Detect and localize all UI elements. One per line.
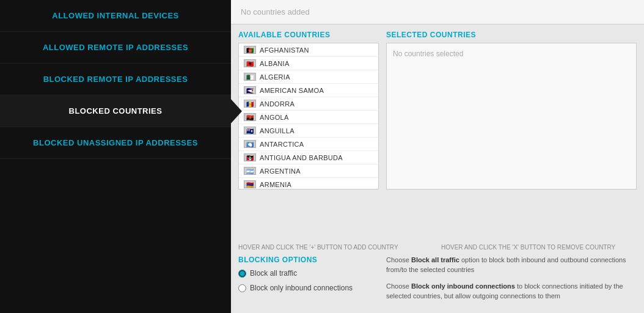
desc-block-inbound: Choose Block only inbound connections to… — [386, 282, 637, 301]
country-name: ANTIGUA AND BARBUDA — [260, 154, 343, 161]
hint-left: HOVER AND CLICK THE '+' BUTTON TO ADD CO… — [238, 244, 434, 251]
country-item[interactable]: 🇩🇿ALGERIA — [239, 70, 378, 84]
selected-empty-text: No countries selected — [387, 43, 636, 64]
block-all-radio[interactable] — [238, 270, 246, 278]
country-name: ALGERIA — [260, 73, 290, 81]
country-name: ARGENTINA — [260, 168, 301, 175]
sidebar-item-blocked-countries[interactable]: BLOCKED COUNTRIES — [0, 95, 231, 127]
country-flag-icon: 🇦🇴 — [244, 113, 256, 121]
blocking-left: BLOCKING OPTIONS Block all traffic Block… — [238, 256, 379, 308]
country-flag-icon: 🇦🇱 — [244, 59, 256, 67]
country-flag-icon: 🇩🇿 — [244, 73, 256, 81]
country-name: ANGOLA — [260, 114, 289, 121]
country-item[interactable]: 🇦🇬ANTIGUA AND BARBUDA — [239, 151, 378, 164]
country-item[interactable]: 🇦🇲ARMENIA — [239, 178, 378, 190]
selected-panel: SELECTED COUNTRIES No countries selected — [386, 31, 637, 240]
country-flag-icon: 🇦🇮 — [244, 127, 256, 134]
country-flag-icon: 🇦🇷 — [244, 167, 256, 175]
country-name: ANGUILLA — [260, 127, 295, 134]
country-item[interactable]: 🇦🇫AFGHANISTAN — [239, 43, 378, 57]
block-inbound-label: Block only inbound connections — [250, 284, 353, 292]
main-content: No countries added AVAILABLE COUNTRIES 🇦… — [231, 0, 644, 313]
country-item[interactable]: 🇦🇮ANGUILLA — [239, 124, 378, 138]
country-item[interactable]: 🇦🇷ARGENTINA — [239, 164, 378, 178]
available-country-list[interactable]: 🇦🇫AFGHANISTAN🇦🇱ALBANIA🇩🇿ALGERIA🇦🇸AMERICA… — [238, 43, 379, 190]
hint-row: HOVER AND CLICK THE '+' BUTTON TO ADD CO… — [231, 241, 644, 253]
country-flag-icon: 🇦🇸 — [244, 86, 256, 94]
block-inbound-radio[interactable] — [238, 284, 246, 292]
desc2-pre: Choose — [386, 282, 411, 290]
blocking-right: Choose Block all traffic option to block… — [386, 256, 637, 308]
sidebar-item-allowed-internal[interactable]: ALLOWED INTERNAL DEVICES — [0, 0, 231, 32]
available-title: AVAILABLE COUNTRIES — [238, 31, 379, 39]
block-all-option[interactable]: Block all traffic — [238, 269, 379, 278]
country-name: AMERICAN SAMOA — [260, 87, 324, 94]
blocking-title: BLOCKING OPTIONS — [238, 256, 379, 264]
country-flag-icon: 🇦🇩 — [244, 100, 256, 108]
hint-right: HOVER AND CLICK THE 'X' BUTTON TO REMOVE… — [441, 244, 637, 251]
sidebar: ALLOWED INTERNAL DEVICESALLOWED REMOTE I… — [0, 0, 231, 313]
sidebar-item-blocked-unassigned[interactable]: BLOCKED UNASSIGNED IP ADDRESSES — [0, 127, 231, 159]
country-flag-icon: 🇦🇲 — [244, 180, 256, 188]
country-name: ANDORRA — [260, 100, 295, 108]
country-item[interactable]: 🇦🇸AMERICAN SAMOA — [239, 84, 378, 97]
desc1-pre: Choose — [386, 256, 411, 263]
country-flag-icon: 🇦🇬 — [244, 153, 256, 161]
no-countries-bar: No countries added — [231, 0, 644, 24]
country-item[interactable]: 🇦🇶ANTARCTICA — [239, 138, 378, 151]
countries-section: AVAILABLE COUNTRIES 🇦🇫AFGHANISTAN🇦🇱ALBAN… — [231, 24, 644, 240]
country-name: AFGHANISTAN — [260, 46, 309, 54]
sidebar-item-allowed-remote[interactable]: ALLOWED REMOTE IP ADDRESSES — [0, 32, 231, 64]
selected-country-list: No countries selected — [386, 43, 637, 190]
country-name: ARMENIA — [260, 181, 291, 188]
blocking-section: BLOCKING OPTIONS Block all traffic Block… — [231, 253, 644, 313]
country-flag-icon: 🇦🇫 — [244, 46, 256, 54]
country-item[interactable]: 🇦🇱ALBANIA — [239, 57, 378, 70]
block-inbound-option[interactable]: Block only inbound connections — [238, 284, 379, 292]
no-countries-text: No countries added — [241, 7, 310, 17]
desc-block-all: Choose Block all traffic option to block… — [386, 256, 637, 274]
country-name: ANTARCTICA — [260, 141, 304, 148]
country-flag-icon: 🇦🇶 — [244, 140, 256, 148]
sidebar-item-blocked-remote[interactable]: BLOCKED REMOTE IP ADDRESSES — [0, 64, 231, 95]
desc1-bold: Block all traffic — [411, 256, 459, 263]
available-panel: AVAILABLE COUNTRIES 🇦🇫AFGHANISTAN🇦🇱ALBAN… — [238, 31, 379, 240]
country-name: ALBANIA — [260, 60, 290, 67]
country-item[interactable]: 🇦🇩ANDORRA — [239, 97, 378, 111]
selected-title: SELECTED COUNTRIES — [386, 31, 637, 39]
country-item[interactable]: 🇦🇴ANGOLA — [239, 111, 378, 124]
desc2-bold: Block only inbound connections — [411, 282, 515, 290]
block-all-label: Block all traffic — [250, 269, 297, 278]
